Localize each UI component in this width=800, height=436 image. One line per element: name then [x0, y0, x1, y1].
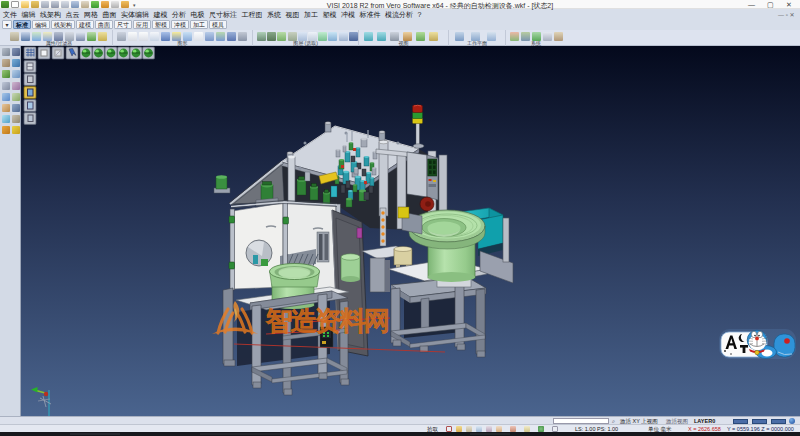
svg-text:智造资料网: 智造资料网: [265, 306, 389, 336]
